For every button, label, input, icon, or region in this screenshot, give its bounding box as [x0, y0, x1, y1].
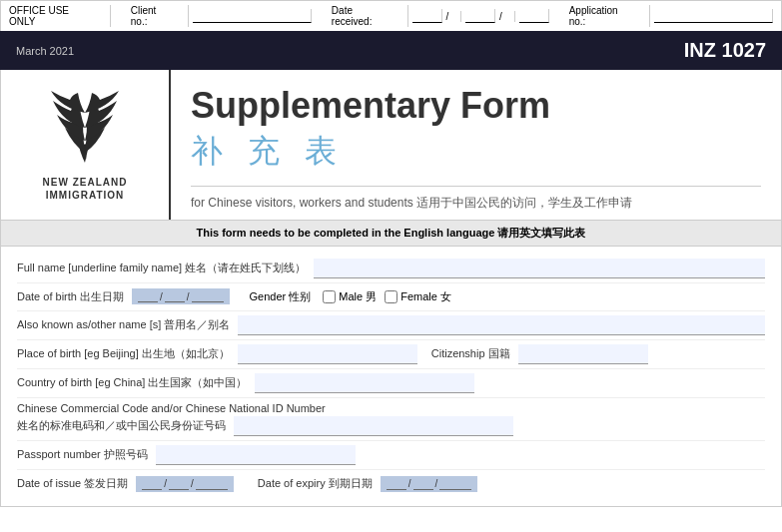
client-no-field: Client no.: [131, 5, 312, 27]
also-known-input[interactable] [238, 315, 765, 335]
header-bar: March 2021 INZ 1027 [0, 31, 782, 70]
logo-section: ® NEW ZEALAND IMMIGRATION [1, 70, 171, 220]
place-birth-label: Place of birth [eg Beijing] 出生地（如北京） [17, 346, 230, 361]
form-main-title: Supplementary Form [191, 86, 761, 126]
passport-row: Passport number 护照号码 [17, 441, 765, 470]
title-section: Supplementary Form 补 充 表 for Chinese vis… [171, 70, 781, 220]
place-birth-citizenship-row: Place of birth [eg Beijing] 出生地（如北京） Cit… [17, 340, 765, 369]
application-no-field: Application no.: [569, 5, 773, 27]
passport-input[interactable] [156, 445, 356, 465]
place-birth-input[interactable] [238, 344, 417, 364]
chinese-code-input[interactable] [234, 416, 513, 436]
chinese-code-label2: 姓名的标准电码和／或中国公民身份证号码 [17, 418, 226, 433]
dob-label: Date of birth 出生日期 [17, 289, 124, 304]
chinese-code-row: Chinese Commercial Code and/or Chinese N… [17, 398, 765, 441]
office-use-bar: OFFICE USE ONLY Client no.: Date receive… [0, 0, 782, 31]
date-issue-box[interactable]: / / [136, 476, 234, 492]
dates-row: Date of issue 签发日期 / / Date of expiry 到期… [17, 470, 765, 498]
chinese-code-label1: Chinese Commercial Code and/or Chinese N… [17, 402, 326, 414]
also-known-label: Also known as/other name [s] 普用名／别名 [17, 317, 230, 332]
country-birth-label: Country of birth [eg China] 出生国家（如中国） [17, 375, 247, 390]
form-chinese-title: 补 充 表 [191, 130, 761, 174]
dob-date-box[interactable]: / / [132, 288, 230, 304]
gender-label: Gender 性别 [250, 289, 312, 304]
date-expiry-label: Date of expiry 到期日期 [258, 476, 373, 491]
full-name-input[interactable] [314, 259, 765, 278]
full-name-row: Full name [underline family name] 姓名（请在姓… [17, 255, 765, 283]
nz-text: NEW ZEALAND IMMIGRATION [43, 176, 128, 202]
notice-bar: This form needs to be completed in the E… [0, 221, 782, 247]
form-body: Full name [underline family name] 姓名（请在姓… [0, 247, 782, 507]
citizenship-input[interactable] [518, 344, 648, 364]
date-received-field: Date received: / / [332, 5, 549, 27]
female-checkbox[interactable] [385, 290, 397, 303]
date-issue-label: Date of issue 签发日期 [17, 476, 128, 491]
main-header: ® NEW ZEALAND IMMIGRATION Supplementary … [0, 70, 782, 221]
male-checkbox[interactable] [323, 290, 336, 303]
full-name-label: Full name [underline family name] 姓名（请在姓… [17, 261, 306, 275]
date-expiry-box[interactable]: / / [381, 476, 478, 492]
chinese-code-input-row: 姓名的标准电码和／或中国公民身份证号码 [17, 416, 513, 436]
form-subtitle: for Chinese visitors, workers and studen… [191, 186, 761, 212]
client-no-line [193, 9, 312, 23]
country-birth-row: Country of birth [eg China] 出生国家（如中国） [17, 369, 765, 398]
also-known-row: Also known as/other name [s] 普用名／别名 [17, 311, 765, 340]
svg-text:®: ® [83, 155, 87, 161]
citizenship-label: Citizenship 国籍 [431, 346, 510, 361]
gender-group: Gender 性别 Male 男 Female 女 [242, 289, 451, 304]
nz-fern-logo: ® [45, 88, 125, 168]
female-option[interactable]: Female 女 [385, 289, 451, 304]
form-number: INZ 1027 [684, 39, 766, 62]
office-use-label: OFFICE USE ONLY [9, 5, 111, 27]
country-birth-input[interactable] [255, 373, 474, 393]
dob-gender-row: Date of birth 出生日期 / / Gender 性别 Male 男 … [17, 283, 765, 311]
male-option[interactable]: Male 男 [323, 289, 377, 304]
form-date: March 2021 [16, 45, 74, 57]
passport-label: Passport number 护照号码 [17, 447, 148, 462]
